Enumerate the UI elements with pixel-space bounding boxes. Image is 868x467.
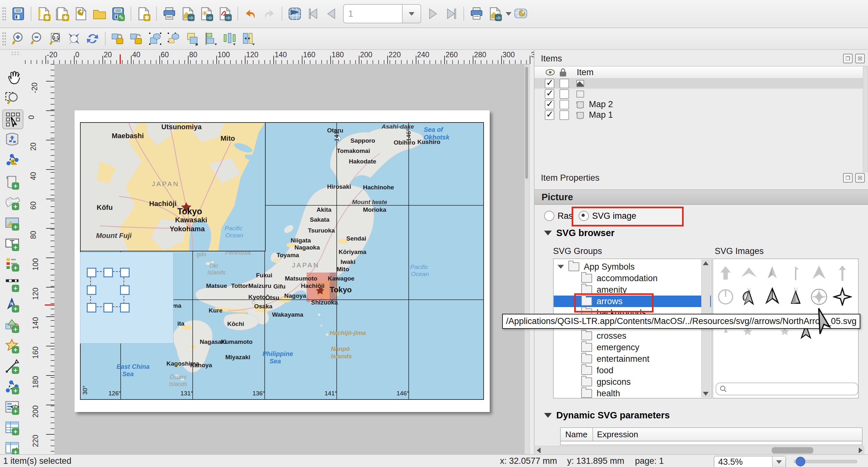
add-html-button[interactable]: </>+	[2, 398, 22, 416]
save-project-button[interactable]	[9, 4, 28, 23]
layout-manager-button[interactable]	[72, 4, 90, 23]
add-arrow-button[interactable]: +	[2, 357, 22, 375]
shaded-chevron-icon[interactable]	[763, 264, 782, 283]
items-float-icon[interactable]: ❐	[843, 54, 852, 63]
new-layout-button[interactable]: ✱	[35, 4, 53, 23]
duplicate-layout-button[interactable]: ✱	[53, 4, 72, 23]
toolbar-drag-handle-2[interactable]	[2, 32, 6, 46]
selection-handle[interactable]	[87, 303, 96, 312]
svg-group-crosses[interactable]: crosses	[554, 330, 711, 342]
zoom-out-button[interactable]	[28, 29, 46, 48]
lock-checkbox[interactable]	[559, 110, 569, 120]
refresh-button[interactable]	[83, 29, 102, 48]
lock-checkbox[interactable]	[559, 79, 569, 88]
visibility-checkbox[interactable]	[545, 79, 554, 88]
selection-handle[interactable]	[103, 303, 113, 312]
wide-chevron-icon[interactable]	[739, 264, 759, 283]
props-close-icon[interactable]: ☒	[855, 173, 865, 182]
svg-group-health[interactable]: health	[554, 388, 711, 399]
zoom-full-button[interactable]	[65, 29, 83, 48]
add-shape-button[interactable]: +	[2, 316, 22, 335]
raise-items-button[interactable]	[183, 29, 202, 48]
svg-group-gpsicons[interactable]: gpsicons	[554, 376, 711, 388]
items-close-icon[interactable]: ☒	[855, 54, 865, 63]
group-items-button[interactable]	[146, 29, 164, 48]
selection-handle[interactable]	[120, 303, 130, 312]
svg-group-emergency[interactable]: emergency	[554, 342, 711, 353]
layout-page[interactable]: OtaruSapporoAsahi-dakeObihiroKushiroSea …	[74, 110, 490, 412]
four-point-star-icon[interactable]	[833, 287, 852, 306]
export-svg-button[interactable]: ✳➾	[197, 4, 216, 23]
zoom-in-button[interactable]	[9, 29, 28, 48]
selection-handle[interactable]	[87, 268, 96, 277]
export-pdf-button[interactable]: ➾	[216, 4, 234, 23]
selection-handle[interactable]	[120, 285, 130, 295]
layout-canvas[interactable]: OtaruSapporoAsahi-dakeObihiroKushiroSea …	[54, 64, 530, 454]
selection-handle[interactable]	[87, 285, 96, 295]
north-triangle-icon[interactable]: N	[786, 287, 806, 306]
redo-button[interactable]	[260, 4, 278, 23]
add-page-button[interactable]: +	[2, 173, 22, 191]
first-feature-button[interactable]	[304, 4, 322, 23]
lock-checkbox[interactable]	[559, 89, 569, 99]
atlas-page-input[interactable]: 1	[343, 4, 403, 23]
items-vscrollbar[interactable]	[863, 66, 868, 172]
svg-image-radio[interactable]: SVG image	[579, 211, 636, 221]
unlock-all-button[interactable]	[127, 29, 146, 48]
visibility-checkbox[interactable]	[545, 89, 554, 99]
visibility-checkbox[interactable]	[545, 110, 554, 120]
open-folder-button[interactable]	[90, 4, 109, 23]
edit-nodes-item-button[interactable]	[2, 150, 22, 169]
block-arrow-up-icon[interactable]	[716, 264, 736, 283]
items-row-map2[interactable]: Map 2	[534, 99, 868, 110]
toolbar-drag-handle[interactable]	[2, 7, 6, 21]
ungroup-items-button[interactable]	[164, 29, 183, 48]
props-float-icon[interactable]: ❐	[843, 173, 852, 182]
export-atlas-button[interactable]: ➾	[486, 4, 504, 23]
circle-pointer-icon[interactable]	[716, 287, 736, 306]
selection-handle[interactable]	[120, 268, 130, 277]
svg-group-entertainment[interactable]: entertainment	[554, 353, 711, 365]
dynamic-svg-params-header[interactable]: Dynamic SVG parameters	[544, 410, 670, 421]
outline-chevron-icon[interactable]	[763, 287, 782, 306]
last-feature-button[interactable]	[442, 4, 460, 23]
items-row-rectangle[interactable]	[534, 89, 868, 99]
map2-item[interactable]: UtsunomiyaMaebashiMitoJAPANKōfuHachiōjiT…	[80, 122, 266, 252]
solid-chevron-icon[interactable]	[809, 264, 829, 283]
visibility-checkbox[interactable]	[545, 100, 554, 109]
canvas-vscrollbar[interactable]	[524, 65, 530, 454]
picture-item-selected[interactable]	[90, 271, 124, 307]
print-atlas-button[interactable]	[467, 4, 486, 23]
move-item-content-button[interactable]	[2, 130, 22, 148]
add-scalebar-button[interactable]: +	[2, 275, 22, 294]
zoom-button[interactable]	[2, 89, 22, 107]
add-node-item-button[interactable]: +	[2, 377, 22, 396]
align-items-button[interactable]	[202, 29, 220, 48]
export-image-button[interactable]: ➾	[179, 4, 197, 23]
svg-group-accommodation[interactable]: accommodation	[554, 272, 711, 284]
zoom-slider-knob[interactable]	[796, 457, 805, 466]
svg-group-app-symbols[interactable]: App Symbols	[554, 261, 711, 272]
add-marker-button[interactable]: +	[2, 336, 22, 355]
compass-rose-icon[interactable]	[809, 287, 829, 306]
select-move-item-button[interactable]	[2, 109, 23, 129]
preview-atlas-button[interactable]	[285, 4, 304, 23]
svg-browser-header[interactable]: SVG browser	[544, 228, 615, 238]
add-picture-button[interactable]: +	[2, 214, 22, 232]
add-legend-button[interactable]: +	[2, 255, 22, 273]
lock-checkbox[interactable]	[559, 100, 569, 109]
add-pages-button[interactable]: ✱	[134, 4, 153, 23]
svg-search-input[interactable]	[716, 382, 859, 395]
svg-group-food[interactable]: food	[554, 365, 711, 376]
print-layout-button[interactable]	[160, 4, 179, 23]
items-row-picture[interactable]	[534, 78, 868, 89]
atlas-page-dropdown[interactable]	[403, 4, 421, 23]
panel-hscrollbar[interactable]	[535, 446, 864, 455]
selection-handle[interactable]	[103, 268, 113, 277]
zoom-actual-button[interactable]: 1:1	[46, 29, 65, 48]
distribute-items-button[interactable]	[220, 29, 239, 48]
zoom-level-combo[interactable]: 43.5%	[714, 456, 786, 467]
pan-button[interactable]	[2, 68, 22, 87]
items-row-map1[interactable]: Map 1	[534, 110, 868, 120]
tree-expand-icon[interactable]	[558, 265, 564, 269]
